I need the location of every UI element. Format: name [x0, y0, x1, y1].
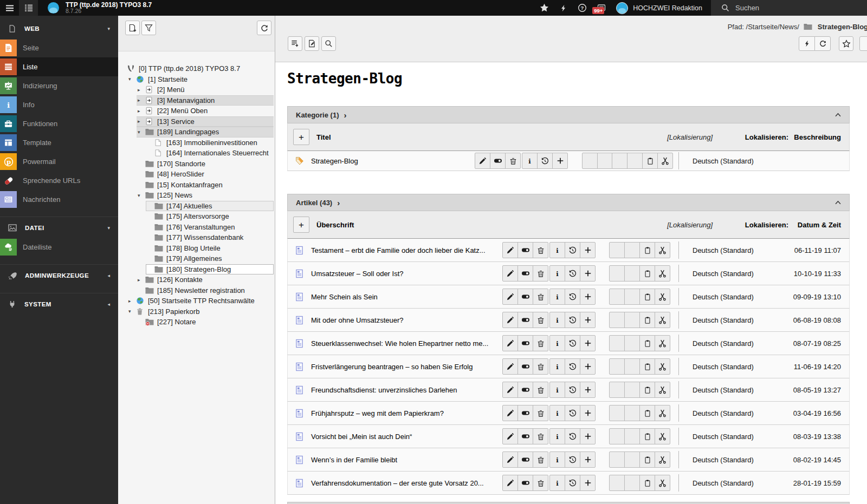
hide-toggle-button[interactable] — [517, 428, 533, 444]
edit-button[interactable] — [502, 312, 518, 328]
cut-button[interactable] — [657, 153, 673, 169]
tree-node[interactable]: [175] Altersvorsorge — [118, 211, 275, 222]
cut-button[interactable] — [655, 289, 670, 305]
bookmark-button[interactable] — [839, 36, 853, 51]
info-button[interactable]: i — [549, 428, 565, 444]
cut-button[interactable] — [655, 475, 670, 491]
new-record-button[interactable] — [580, 289, 596, 305]
tree-node[interactable]: ▸[50] Startseite TTP Rechtsanwälte — [118, 296, 275, 306]
tree-node[interactable]: [227] Notare — [118, 317, 275, 328]
sidebar-item-funktionen[interactable]: Funktionen — [0, 114, 118, 133]
tree-node[interactable]: [180] Strategen-Blog — [118, 264, 275, 275]
history-button[interactable] — [565, 265, 580, 282]
new-page-button[interactable] — [125, 21, 140, 35]
paste-button[interactable] — [639, 289, 655, 305]
edit-button[interactable] — [502, 451, 518, 468]
modulemenu-icon[interactable] — [19, 0, 38, 16]
tree-node[interactable]: ▸[2] Menü — [118, 84, 275, 95]
history-button[interactable] — [565, 242, 580, 258]
history-button[interactable] — [565, 312, 580, 328]
record-title[interactable]: Wenn’s in der Familie bleibt — [311, 456, 397, 464]
hide-toggle-button[interactable] — [517, 358, 533, 375]
hide-toggle-button[interactable] — [517, 451, 533, 468]
edit-button[interactable] — [502, 405, 518, 421]
paste-button[interactable] — [639, 451, 655, 468]
new-record-toolbar-button[interactable] — [288, 36, 302, 51]
paste-button[interactable] — [639, 312, 655, 328]
sidebar-item-nachrichten[interactable]: Nachrichten — [0, 190, 118, 209]
history-button[interactable] — [537, 153, 553, 169]
tree-node[interactable]: ▾[189] Landingpages — [118, 127, 275, 138]
hide-toggle-button[interactable] — [517, 312, 533, 328]
info-button[interactable]: i — [549, 335, 565, 351]
new-category-button[interactable]: + — [293, 129, 309, 145]
delete-button[interactable] — [533, 242, 548, 258]
cut-button[interactable] — [655, 358, 670, 375]
history-button[interactable] — [565, 358, 580, 375]
tree-node[interactable]: ▸[126] Kontakte — [118, 274, 275, 285]
cache-bolt-button[interactable] — [799, 36, 815, 51]
clipped-button[interactable] — [859, 36, 867, 51]
new-record-button[interactable] — [552, 153, 568, 169]
sidebar-item-info[interactable]: iInfo — [0, 95, 118, 114]
record-title[interactable]: Mehr Schein als Sein — [311, 293, 378, 301]
info-button[interactable]: i — [549, 242, 565, 258]
info-button[interactable]: i — [549, 289, 565, 305]
cut-button[interactable] — [655, 405, 670, 421]
new-record-button[interactable] — [580, 358, 596, 375]
hide-toggle-button[interactable] — [490, 153, 506, 169]
sidebar-item-powermail[interactable]: pPowermail — [0, 152, 118, 171]
paste-button[interactable] — [639, 475, 655, 491]
tree-toggle-icon[interactable]: ▾ — [138, 193, 145, 198]
tree-toggle-icon[interactable]: ▸ — [138, 97, 145, 103]
sidebar-item-indizierung[interactable]: Indizierung — [0, 76, 118, 95]
hide-toggle-button[interactable] — [517, 242, 533, 258]
delete-button[interactable] — [533, 312, 548, 328]
tree-node[interactable]: ▾[125] News — [118, 190, 275, 201]
sidebar-section-header[interactable]: DATEI▾ — [0, 218, 118, 238]
new-record-button[interactable] — [580, 335, 596, 351]
delete-button[interactable] — [533, 289, 548, 305]
collapse-icon[interactable] — [835, 200, 841, 205]
new-record-button[interactable] — [580, 475, 596, 491]
tree-node[interactable]: [164] Internationales Steuerrecht — [118, 148, 275, 159]
edit-button[interactable] — [502, 382, 518, 398]
tree-toggle-icon[interactable]: ▸ — [138, 119, 145, 124]
delete-button[interactable] — [533, 335, 548, 351]
record-title[interactable]: Freundschaftsdienst: unverzinsliches Dar… — [311, 386, 457, 394]
tree-node[interactable]: [177] Wissensdatenbank — [118, 232, 275, 243]
record-title[interactable]: Frühjahrsputz – weg mit dem Papierkram? — [311, 409, 444, 417]
sidebar-section-header[interactable]: SYSTEM◂ — [0, 294, 118, 314]
cut-button[interactable] — [655, 242, 670, 258]
info-button[interactable]: i — [549, 475, 565, 491]
edit-button[interactable] — [502, 265, 518, 282]
delete-button[interactable] — [533, 428, 548, 444]
info-button[interactable]: i — [522, 153, 538, 169]
info-button[interactable]: i — [549, 265, 565, 282]
tree-node[interactable]: [174] Aktuelles — [118, 201, 275, 212]
menu-icon[interactable] — [0, 0, 19, 16]
delete-button[interactable] — [533, 475, 548, 491]
info-button[interactable]: i — [549, 405, 565, 421]
tree-toggle-icon[interactable]: ▸ — [128, 298, 136, 304]
tree-node[interactable]: ▾[1] Startseite — [118, 74, 275, 85]
history-button[interactable] — [565, 289, 580, 305]
help-icon[interactable]: ? — [573, 0, 592, 16]
refresh-tree-button[interactable] — [257, 21, 271, 35]
delete-button[interactable] — [533, 382, 548, 398]
info-button[interactable]: i — [549, 382, 565, 398]
tree-node[interactable]: [176] Veranstaltungen — [118, 222, 275, 233]
sidebar-item-sprechende-urls[interactable]: Sprechende URLs — [0, 171, 118, 190]
hide-toggle-button[interactable] — [517, 405, 533, 421]
hide-toggle-button[interactable] — [517, 382, 533, 398]
tree-node[interactable]: [179] Allgemeines — [118, 253, 275, 264]
tree-node[interactable]: [178] Blog Urteile — [118, 243, 275, 254]
tree-toggle-icon[interactable]: ▸ — [138, 277, 145, 283]
hide-toggle-button[interactable] — [517, 265, 533, 282]
cut-button[interactable] — [655, 265, 670, 282]
avatar[interactable] — [616, 2, 628, 14]
search-records-button[interactable] — [321, 36, 336, 51]
new-record-button[interactable] — [580, 265, 596, 282]
new-record-button[interactable] — [580, 242, 596, 258]
delete-button[interactable] — [533, 265, 548, 282]
